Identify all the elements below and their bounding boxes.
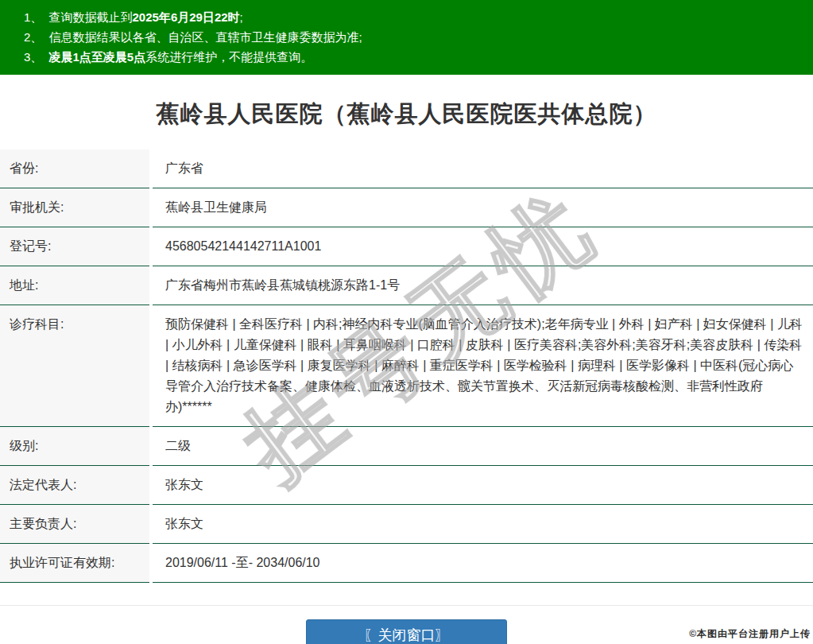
hospital-title: 蕉岭县人民医院（蕉岭县人民医院医共体总院） [0, 99, 813, 130]
close-window-button[interactable]: 〖关闭窗口〗 [306, 619, 507, 644]
field-label: 执业许可证有效期: [0, 544, 149, 583]
notice-number: 1、 [24, 10, 42, 24]
field-value: 张东文 [153, 505, 813, 544]
table-row: 执业许可证有效期: 2019/06/11 -至- 2034/06/10 [0, 544, 813, 583]
notice-text: 信息数据结果以各省、自治区、直辖市卫生健康委数据为准; [49, 30, 362, 44]
field-value: 2019/06/11 -至- 2034/06/10 [153, 544, 813, 583]
notice-list: 1、 查询数据截止到2025年6月29日22时; 2、 信息数据结果以各省、自治… [24, 7, 797, 67]
field-label: 级别: [0, 427, 149, 466]
table-row: 省份: 广东省 [0, 149, 813, 188]
table-row: 诊疗科目: 预防保健科 | 全科医疗科 | 内科;神经内科专业(脑血管介入治疗技… [0, 305, 813, 427]
field-value: 广东省梅州市蕉岭县蕉城镇桃源东路1-1号 [153, 266, 813, 305]
notice-number: 2、 [24, 30, 42, 44]
notice-item: 3、 凌晨1点至凌晨5点系统进行维护，不能提供查询。 [24, 47, 797, 67]
notice-text: 凌晨1点至凌晨5点系统进行维护，不能提供查询。 [49, 50, 313, 64]
table-row: 登记号: 45680542144142711A1001 [0, 227, 813, 266]
notice-item: 1、 查询数据截止到2025年6月29日22时; [24, 7, 797, 27]
field-value: 蕉岭县卫生健康局 [153, 188, 813, 227]
field-label: 主要负责人: [0, 505, 149, 544]
field-value: 二级 [153, 427, 813, 466]
field-value: 广东省 [153, 149, 813, 188]
notice-banner: 1、 查询数据截止到2025年6月29日22时; 2、 信息数据结果以各省、自治… [0, 0, 813, 75]
notice-text: 查询数据截止到2025年6月29日22时; [49, 10, 243, 24]
field-label: 地址: [0, 266, 149, 305]
field-value: 45680542144142711A1001 [153, 227, 813, 266]
field-label: 审批机关: [0, 188, 149, 227]
table-row: 主要负责人: 张东文 [0, 505, 813, 544]
query-result-page: 1、 查询数据截止到2025年6月29日22时; 2、 信息数据结果以各省、自治… [0, 0, 813, 644]
footer-divider [0, 605, 813, 606]
table-row: 地址: 广东省梅州市蕉岭县蕉城镇桃源东路1-1号 [0, 266, 813, 305]
info-table: 省份: 广东省 审批机关: 蕉岭县卫生健康局 登记号: 456805421441… [0, 149, 813, 583]
field-label: 省份: [0, 149, 149, 188]
field-label: 法定代表人: [0, 466, 149, 505]
notice-number: 3、 [24, 50, 42, 64]
upload-credit-text: ©本图由平台注册用户上传 [689, 627, 811, 641]
field-label: 登记号: [0, 227, 149, 266]
table-row: 审批机关: 蕉岭县卫生健康局 [0, 188, 813, 227]
field-value: 预防保健科 | 全科医疗科 | 内科;神经内科专业(脑血管介入治疗技术);老年病… [153, 305, 813, 427]
table-row: 级别: 二级 [0, 427, 813, 466]
notice-item: 2、 信息数据结果以各省、自治区、直辖市卫生健康委数据为准; [24, 27, 797, 47]
table-row: 法定代表人: 张东文 [0, 466, 813, 505]
field-value: 张东文 [153, 466, 813, 505]
field-label: 诊疗科目: [0, 305, 149, 427]
